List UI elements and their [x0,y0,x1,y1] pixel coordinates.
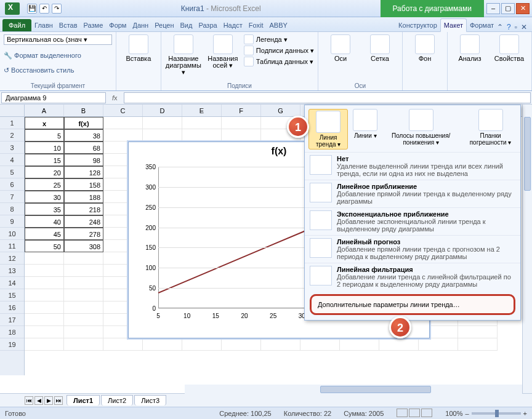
cell[interactable] [25,252,64,265]
row-header[interactable]: 8 [0,203,24,215]
redo-icon[interactable]: ↷ [52,4,62,14]
cell[interactable] [25,265,64,277]
cell[interactable] [182,129,222,142]
cell[interactable]: 30 [25,191,64,203]
cell[interactable] [143,129,182,142]
row-header[interactable]: 13 [0,265,24,277]
axes-button[interactable]: Оси [322,34,359,62]
gridlines-button[interactable]: Сетка [361,34,398,62]
cell[interactable]: 35 [25,203,64,215]
row-header[interactable]: 10 [0,228,24,240]
column-header[interactable]: C [103,105,143,116]
cell[interactable]: f(x) [64,117,103,129]
horizontal-scrollbar[interactable] [185,385,522,394]
chart-element-combo[interactable]: Вертикальная ось (знач ▾ [4,34,112,45]
cell[interactable] [222,129,261,142]
zoom-slider[interactable]: 100% –+ [445,410,527,417]
row-header[interactable]: 17 [0,314,24,326]
cell[interactable] [103,129,143,142]
row-header[interactable]: 6 [0,178,24,191]
cell[interactable]: 5 [25,129,64,142]
axis-titles-button[interactable]: Названия осей ▾ [204,34,241,69]
column-header[interactable]: B [64,105,103,116]
tab-foxit[interactable]: Foxit [246,19,267,31]
row-header[interactable]: 16 [0,301,24,314]
tab-abby[interactable]: ABBY [267,19,291,31]
cell[interactable]: 248 [64,215,103,228]
cell[interactable] [419,338,458,351]
trendline-option[interactable]: Линейное приближениеДобавление прямой ли… [305,180,520,207]
formula-input[interactable] [124,92,531,103]
row-header[interactable]: 11 [0,240,24,252]
tab-insert[interactable]: Встав [56,19,81,31]
row-header[interactable]: 15 [0,289,24,301]
cell[interactable] [222,338,261,351]
trendline-option[interactable]: Экспоненциальное приближениеДобавление э… [305,207,520,235]
row-header[interactable]: 9 [0,215,24,228]
cell[interactable] [143,117,182,129]
analysis-button[interactable]: Анализ [451,34,488,62]
data-table-button[interactable]: Таблица данных ▾ [244,57,313,66]
sheet-tab-1[interactable]: Лист1 [66,395,100,405]
cell[interactable] [458,338,498,351]
cell[interactable]: 128 [64,166,103,178]
tab-pagelayout[interactable]: Разме [81,19,107,31]
cell[interactable]: 15 [25,154,64,166]
cell[interactable] [182,338,222,351]
cell[interactable]: 98 [64,154,103,166]
cell[interactable] [340,338,379,351]
name-box[interactable]: Диаграмма 9 [1,92,106,103]
help-icon[interactable]: ? [507,23,511,31]
cell[interactable] [261,338,300,351]
column-header[interactable]: G [261,105,300,116]
vertical-scrollbar[interactable] [522,105,532,393]
legend-button[interactable]: Легенда ▾ [244,34,288,44]
column-header[interactable]: F [222,105,261,116]
insert-button[interactable]: Вставка [120,34,157,62]
close-button[interactable]: ✕ [516,3,530,14]
fx-icon[interactable]: fx [107,94,123,102]
cell[interactable] [64,277,103,289]
row-header[interactable]: 7 [0,191,24,203]
cell[interactable] [64,265,103,277]
tab-formulas[interactable]: Форм [106,19,129,31]
cell[interactable]: 158 [64,178,103,191]
cell[interactable] [25,314,64,326]
tab-home[interactable]: Главн [31,19,56,31]
more-trendline-options[interactable]: Дополнительные параметры линии тренда… [310,294,515,315]
cell[interactable] [64,326,103,338]
cell[interactable]: 10 [25,142,64,154]
cell[interactable] [222,117,261,129]
row-header[interactable]: 3 [0,142,24,154]
cell[interactable] [25,338,64,351]
tab-developer[interactable]: Разра [195,19,220,31]
trendline-option[interactable]: НетУдаление выделенной линии тренда или … [305,152,520,180]
row-header[interactable]: 19 [0,338,24,351]
cell[interactable] [25,277,64,289]
error-bars-button[interactable]: Планки погрешности ▾ [464,109,517,150]
minimize-ribbon-icon[interactable]: ⌃ [497,23,503,31]
view-buttons[interactable] [396,409,433,418]
row-header[interactable]: 2 [0,129,24,142]
save-icon[interactable]: 💾 [27,4,37,14]
window-restore-icon[interactable]: ▫ [515,23,517,31]
reset-style-button[interactable]: ↺ Восстановить стиль [4,66,112,75]
tab-addins[interactable]: Надст [220,19,246,31]
cell[interactable]: 38 [64,129,103,142]
cell[interactable] [64,301,103,314]
trendline-option[interactable]: Линейный прогнозДобавление прямой линии … [305,235,520,263]
plot-area-button[interactable]: Фон [406,34,443,62]
cell[interactable]: 40 [25,215,64,228]
row-header[interactable]: 14 [0,277,24,289]
cell[interactable] [103,117,143,129]
column-header[interactable]: D [143,105,182,116]
updown-bars-button[interactable]: Полосы повышения/понижения ▾ [382,109,459,150]
cell[interactable] [379,338,419,351]
cell[interactable] [64,314,103,326]
tab-data[interactable]: Данн [129,19,151,31]
chart-title-button[interactable]: Название диаграммы ▾ [165,34,202,76]
cell[interactable] [103,338,143,351]
cell[interactable] [300,338,340,351]
sheet-nav[interactable]: ⏮◀▶⏭ [25,396,63,405]
row-header[interactable]: 5 [0,166,24,178]
